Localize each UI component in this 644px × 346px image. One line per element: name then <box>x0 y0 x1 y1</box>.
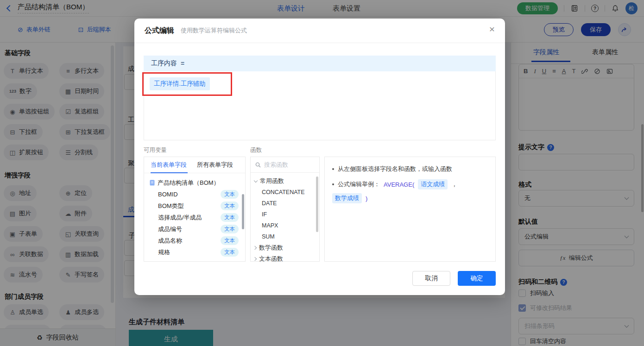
help-arg-chip: 数学成绩 <box>332 193 362 203</box>
function-group-label: 数学函数 <box>259 244 283 252</box>
function-name: MAPX <box>262 222 278 229</box>
variables-scrollbar[interactable] <box>242 194 244 229</box>
formula-target-bar: 工序内容 = <box>144 56 496 71</box>
help-function-token: AVERAGE( <box>384 181 414 188</box>
help-close-paren: ) <box>366 195 367 202</box>
variable-name: 成品编号 <box>158 225 182 233</box>
type-badge: 文本 <box>221 213 239 222</box>
function-search-row <box>251 157 319 173</box>
function-name: IF <box>262 211 267 218</box>
functions-label: 函数 <box>250 146 262 154</box>
function-item[interactable]: SUM <box>251 231 319 242</box>
function-name: SUM <box>262 233 275 240</box>
chevron-right-icon <box>253 246 257 250</box>
function-group-math[interactable]: 数学函数 <box>251 242 319 253</box>
function-group-common[interactable]: 常用函数 <box>251 176 319 187</box>
tab-all-form-fields[interactable]: 所有表单字段 <box>197 161 233 169</box>
variables-panel: 当前表单字段 所有表单字段 产品结构清单（BOM） BOMID文本 BOM类型文… <box>144 157 246 262</box>
functions-scrollbar[interactable] <box>316 176 318 232</box>
variable-name: BOMID <box>158 191 178 198</box>
help-example-label: 公式编辑举例： <box>338 180 380 189</box>
type-badge: 文本 <box>221 225 239 233</box>
variable-row[interactable]: BOM类型文本 <box>144 200 245 212</box>
function-group-label: 文本函数 <box>259 255 283 262</box>
function-name: CONCATENATE <box>262 189 305 195</box>
variable-name: 选择成品/半成品 <box>158 214 202 222</box>
tab-current-form-fields[interactable]: 当前表单字段 <box>151 161 187 169</box>
function-item[interactable]: IF <box>251 209 319 220</box>
function-search-input[interactable] <box>264 161 310 168</box>
chevron-down-icon <box>254 178 258 182</box>
tree-root-node[interactable]: 产品结构清单（BOM） <box>144 177 245 189</box>
active-tab-underline <box>151 172 188 173</box>
variable-row[interactable]: 成品名称文本 <box>144 235 245 246</box>
variable-row[interactable]: BOMID文本 <box>144 189 245 200</box>
confirm-button[interactable]: 确定 <box>458 271 496 286</box>
function-group-label: 常用函数 <box>260 177 284 185</box>
chevron-right-icon <box>253 257 257 261</box>
functions-panel: 常用函数 CONCATENATE DATE IF MAPX SUM 数学函数 文… <box>250 157 320 262</box>
equals-sign: = <box>181 60 184 67</box>
bullet-icon <box>332 168 334 170</box>
function-item[interactable]: MAPX <box>251 220 319 231</box>
help-arg-chip: 语文成绩 <box>418 179 448 189</box>
type-badge: 文本 <box>221 236 239 245</box>
formula-field-name: 工序内容 <box>151 59 177 68</box>
type-badge: 文本 <box>221 248 239 257</box>
function-group-text[interactable]: 文本函数 <box>251 253 319 262</box>
function-name: DATE <box>262 200 277 207</box>
cancel-button[interactable]: 取消 <box>412 271 450 286</box>
function-item[interactable]: CONCATENATE <box>251 187 319 198</box>
modal-subtitle: 使用数学运算符编辑公式 <box>181 26 247 35</box>
tree-root-label: 产品结构清单（BOM） <box>158 179 220 187</box>
variables-label: 可用变量 <box>144 146 167 154</box>
variables-tabs: 当前表单字段 所有表单字段 <box>144 157 245 173</box>
app-screen: 产品结构清单（BOM） 表单设计 表单设置 数据管理 ? 检 <box>0 0 644 346</box>
formula-edit-modal: 公式编辑 使用数学运算符编辑公式 × 工序内容 = 工序详情.工序辅助 可用变量… <box>134 19 505 295</box>
variable-row[interactable]: 选择成品/半成品文本 <box>144 212 245 223</box>
variable-name: 成品名称 <box>158 237 182 245</box>
close-icon[interactable]: × <box>489 24 495 34</box>
modal-title: 公式编辑 <box>145 26 174 36</box>
formula-help-panel: 从左侧面板选择字段名和函数，或输入函数 公式编辑举例： AVERAGE( 语文成… <box>324 157 496 262</box>
variable-name: 规格 <box>158 248 170 257</box>
annotation-highlight-box <box>142 72 232 96</box>
help-line-2: 公式编辑举例： AVERAGE( 语文成绩 ， 数学成绩 ) <box>332 179 488 203</box>
function-item[interactable]: DATE <box>251 198 319 209</box>
type-badge: 文本 <box>221 201 239 210</box>
help-comma: ， <box>451 180 457 189</box>
variable-row[interactable]: 规格文本 <box>144 246 245 258</box>
bullet-icon <box>332 183 334 185</box>
search-icon <box>255 162 261 168</box>
help-text: 从左侧面板选择字段名和函数，或输入函数 <box>338 165 452 173</box>
type-badge: 文本 <box>221 190 239 199</box>
variable-row[interactable]: 成品编号文本 <box>144 223 245 235</box>
modal-header: 公式编辑 使用数学运算符编辑公式 × <box>134 19 505 43</box>
file-icon <box>150 180 155 186</box>
help-line-1: 从左侧面板选择字段名和函数，或输入函数 <box>332 165 488 173</box>
variable-name: BOM类型 <box>158 202 184 210</box>
